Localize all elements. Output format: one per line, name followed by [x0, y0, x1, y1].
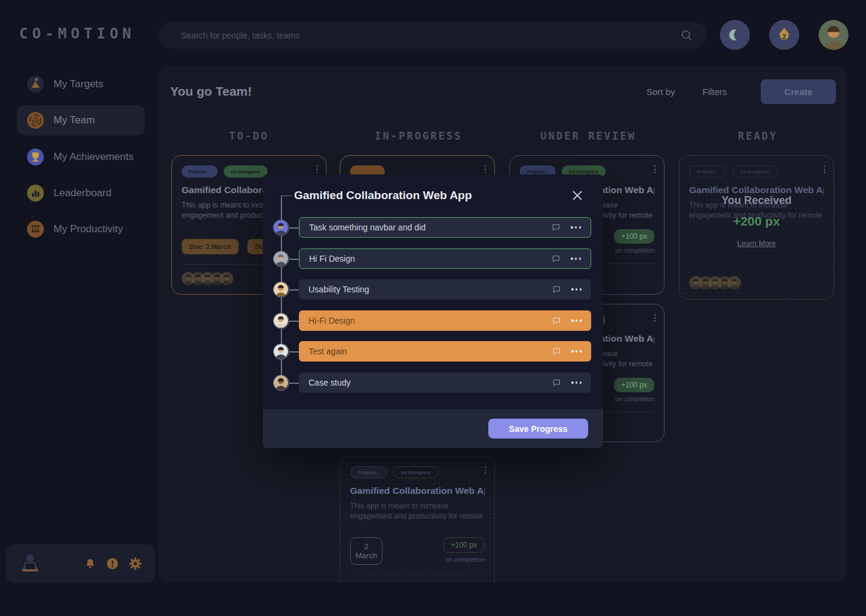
task-label: Hi Fi Design: [309, 254, 551, 263]
theme-moon-button[interactable]: [720, 20, 750, 50]
task-label: Usability Testing: [309, 285, 551, 294]
task-label: Hi-Fi Design: [309, 316, 551, 325]
save-progress-button[interactable]: Save Progress: [488, 419, 588, 439]
column-header-in-progress: IN-PROGRESS: [340, 130, 497, 142]
task-assignee-avatar: [273, 375, 289, 391]
column-header-todo: TO-DO: [170, 130, 328, 142]
sidebar-item-my-targets[interactable]: My Targets: [17, 69, 145, 99]
task-assignee-avatar: [273, 220, 289, 236]
bar-chart-icon: [26, 183, 45, 203]
reward-note: on completion: [615, 247, 654, 254]
reward-badge: +100 px: [443, 537, 485, 553]
sort-by-button[interactable]: Sort by: [646, 87, 675, 97]
create-button[interactable]: Create: [761, 79, 836, 104]
sidebar-item-my-productivity[interactable]: My Productivity: [17, 214, 145, 244]
ready-card[interactable]: Projects... Go Designers Gamified Collab…: [679, 155, 834, 300]
sidebar-item-my-team[interactable]: My Team: [17, 105, 145, 135]
task-row[interactable]: Hi Fi Design: [299, 248, 591, 269]
tag-go-designers: Go Designers: [224, 165, 268, 177]
comment-icon[interactable]: [551, 346, 562, 357]
search-bar[interactable]: [158, 22, 707, 49]
filters-button[interactable]: Filters: [702, 87, 727, 97]
task-label: Test again: [309, 346, 551, 356]
user-avatar[interactable]: [818, 20, 849, 50]
due-date-box: 2 March: [350, 537, 382, 565]
comment-icon[interactable]: [551, 254, 561, 264]
in-progress-card-bottom[interactable]: Projects... Go Designers Gamified Collab…: [340, 456, 495, 582]
sidebar-item-my-achievements[interactable]: My Achievements: [17, 142, 145, 172]
task-row[interactable]: Hi-Fi Design: [299, 310, 591, 331]
tag-go-designers: Go Designers: [393, 466, 438, 478]
card-menu-icon[interactable]: [485, 165, 487, 173]
team-spiral-icon: [26, 111, 45, 130]
reward-badge: +100 px: [614, 229, 654, 244]
more-options-icon[interactable]: [571, 226, 581, 228]
sidebar-item-label: My Productivity: [54, 223, 123, 235]
task-row[interactable]: Usability Testing: [299, 279, 591, 300]
column-header-ready: READY: [679, 130, 837, 142]
page-title: You go Team!: [170, 84, 252, 99]
notifications-bell-icon[interactable]: [84, 557, 96, 570]
app-screen: CO-MOTION 2 My Targets My T: [0, 0, 866, 616]
reward-note: on completion: [446, 556, 485, 563]
task-row[interactable]: Test again: [299, 341, 591, 362]
card-menu-icon[interactable]: [654, 165, 656, 173]
comment-icon[interactable]: [551, 378, 562, 388]
timeline-elbow: [281, 196, 292, 197]
task-row[interactable]: Task something navbar and did: [299, 217, 591, 238]
more-options-icon[interactable]: [571, 319, 582, 321]
comment-icon[interactable]: [551, 223, 561, 233]
close-icon[interactable]: [571, 189, 584, 202]
sidebar: My Targets My Team My Achievements Leade…: [0, 66, 158, 616]
moon-icon: [728, 28, 742, 42]
task-label: Case study: [309, 378, 551, 387]
target-flag-icon: [26, 75, 45, 94]
sidebar-item-label: My Team: [54, 114, 95, 126]
column-header-under-review: UNDER REVIEW: [509, 130, 667, 142]
app-logo: CO-MOTION: [19, 25, 135, 42]
comment-icon[interactable]: [551, 285, 562, 295]
tag-go-designers: Go Designers: [732, 165, 778, 177]
search-input[interactable]: [171, 31, 680, 40]
tag-projects: Projects...: [689, 165, 726, 177]
task-assignee-avatar: [273, 313, 289, 329]
reward-note: on completion: [615, 395, 654, 402]
pendulum-icon: [26, 220, 45, 239]
card-title: Gamified Collaboration Web App: [350, 485, 485, 496]
more-options-icon[interactable]: [571, 257, 581, 259]
received-value: +200 px: [680, 214, 834, 229]
sidebar-item-label: My Achievements: [54, 151, 134, 163]
alert-icon[interactable]: [106, 557, 119, 570]
card-description: This app is meant to increase engagement…: [350, 501, 485, 522]
trophy-icon: [26, 147, 45, 167]
due-badge: Due: 2 March: [182, 239, 239, 254]
modal-footer: Save Progress: [263, 409, 603, 448]
sidebar-item-label: Leaderboard: [54, 187, 111, 199]
task-assignee-avatar: [273, 343, 289, 360]
sidebar-footer: [6, 544, 155, 583]
streak-button[interactable]: 2: [769, 20, 799, 50]
search-icon: [680, 29, 693, 42]
more-options-icon[interactable]: [571, 288, 582, 290]
tag-projects: Projects...: [350, 466, 387, 478]
card-menu-icon[interactable]: [485, 466, 487, 474]
card-menu-icon[interactable]: [654, 314, 656, 322]
modal-title: Gamified Collaboration Web App: [294, 189, 472, 202]
task-assignee-avatar: [273, 251, 289, 267]
settings-gear-icon[interactable]: [129, 557, 142, 570]
task-row[interactable]: Case study: [299, 372, 591, 393]
learn-more-link[interactable]: Learn More: [737, 239, 776, 248]
reward-badge: +100 px: [614, 378, 654, 392]
tag-projects: Projects...: [182, 165, 218, 177]
comment-icon[interactable]: [551, 316, 562, 326]
workspace-laptop-icon[interactable]: [17, 550, 43, 577]
card-menu-icon[interactable]: [316, 165, 318, 173]
task-detail-modal: Gamified Collaboration Web App Task some…: [263, 174, 603, 448]
sidebar-item-leaderboard[interactable]: Leaderboard: [17, 178, 145, 208]
more-options-icon[interactable]: [571, 350, 582, 352]
sidebar-item-label: My Targets: [54, 78, 103, 90]
assignee-avatars: [689, 276, 737, 289]
streak-count: 2: [782, 33, 786, 40]
more-options-icon[interactable]: [571, 381, 582, 383]
task-assignee-avatar: [273, 282, 289, 298]
